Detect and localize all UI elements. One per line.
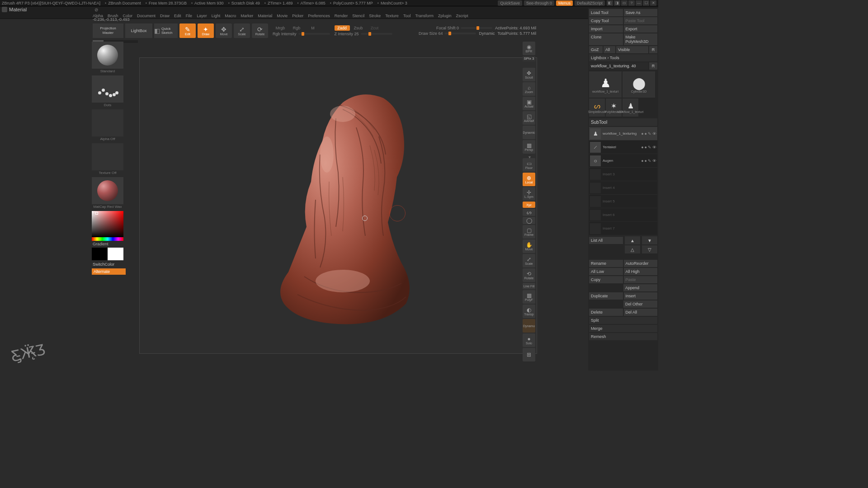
copy-button[interactable]: Copy xyxy=(589,276,623,283)
menu-movie[interactable]: Movie xyxy=(277,14,288,18)
subtool-row-5[interactable]: Insert 5 xyxy=(589,195,657,208)
nav-rotate-button[interactable]: ⟲Rotate xyxy=(523,268,535,282)
subtool-row-7[interactable]: Insert 7 xyxy=(589,222,657,235)
subtool-row-3[interactable]: Insert 3 xyxy=(589,168,657,181)
bpr-button[interactable]: ◉BPR xyxy=(523,42,535,55)
dock1-icon[interactable]: ◧ xyxy=(607,0,613,6)
viewport[interactable] xyxy=(139,57,537,354)
menu-edit[interactable]: Edit xyxy=(174,14,181,18)
goz-button[interactable]: GoZ xyxy=(589,46,603,53)
tool-r-button[interactable]: R xyxy=(649,62,657,70)
duplicate-button[interactable]: Duplicate xyxy=(589,292,623,300)
dock2-icon[interactable]: ◨ xyxy=(614,0,620,6)
local-button[interactable]: ⊕Local xyxy=(523,173,535,186)
alternate-button[interactable]: Alternate xyxy=(92,268,126,275)
brush-swatch[interactable]: Standard xyxy=(92,42,123,69)
menu-marker[interactable]: Marker xyxy=(241,14,253,18)
remesh-header[interactable]: Remesh xyxy=(589,333,657,340)
move-button[interactable]: ✥Move xyxy=(216,23,232,38)
help-icon[interactable]: ? xyxy=(628,0,635,6)
color-swatches[interactable] xyxy=(92,248,126,260)
quicksave-button[interactable]: QuickSave xyxy=(498,0,522,6)
subtool-row-4[interactable]: Insert 4 xyxy=(589,181,657,195)
load-tool-button[interactable]: Load Tool xyxy=(589,9,623,16)
insert-button[interactable]: Insert xyxy=(624,292,658,300)
menu-tool[interactable]: Tool xyxy=(403,14,411,18)
rotate-button[interactable]: ⟳Rotate xyxy=(252,23,268,38)
subtool-row-1[interactable]: ⟋Tentakel●●✎👁 xyxy=(589,141,657,154)
draw-size-slider[interactable]: Draw Size 64 xyxy=(419,31,476,36)
m-button[interactable]: M xyxy=(305,25,321,31)
tool-thumb-main[interactable]: ♟workflow_1_texturi xyxy=(589,71,622,98)
solo-button[interactable]: ●Solo xyxy=(523,333,535,347)
nav-scale-button[interactable]: ⤢Scale xyxy=(523,254,535,267)
dynamo-button[interactable]: Dynamo xyxy=(523,319,535,333)
clone-button[interactable]: Clone xyxy=(589,33,623,45)
stroke-swatch[interactable]: Dots xyxy=(92,75,123,103)
zadd-button[interactable]: Zadd xyxy=(335,25,350,31)
extra-button[interactable]: ⊞ xyxy=(523,348,535,361)
edit-button[interactable]: ✎Edit xyxy=(179,23,196,38)
menu-file[interactable]: File xyxy=(186,14,193,18)
merge-header[interactable]: Merge xyxy=(589,325,657,332)
linefill-button[interactable]: Line Fill xyxy=(523,283,535,289)
mrgb-button[interactable]: Mrgb xyxy=(273,25,288,31)
goz-all-button[interactable]: All xyxy=(604,46,615,53)
frame-button[interactable]: ▢Frame xyxy=(523,225,535,239)
rgb-button[interactable]: Rgb xyxy=(289,25,304,31)
rename-button[interactable]: Rename xyxy=(589,260,623,267)
list-all-button[interactable]: List All xyxy=(589,237,623,244)
persp-button[interactable]: ▦Persp xyxy=(523,140,535,154)
maximize-icon[interactable]: ☐ xyxy=(643,0,649,6)
menu-stencil[interactable]: Stencil xyxy=(352,14,364,18)
del-other-button[interactable]: Del Other xyxy=(623,300,657,308)
menu-stroke[interactable]: Stroke xyxy=(369,14,381,18)
lightbox-button[interactable]: LightBox xyxy=(125,23,152,38)
alpha-swatch[interactable]: Alpha Off xyxy=(92,109,123,136)
material-swatch[interactable]: MatCap Red Wax xyxy=(92,177,123,204)
color-picker[interactable] xyxy=(92,211,123,241)
tool-thumb-simplebrush[interactable]: ᔕSimpleBrush xyxy=(589,99,605,117)
menu-render[interactable]: Render xyxy=(335,14,348,18)
tool-thumb-cylinder[interactable]: ⬤Cylinder3D xyxy=(623,71,655,98)
menus-button[interactable]: Menus xyxy=(556,0,573,6)
all-low-button[interactable]: All Low xyxy=(589,268,623,275)
goz-visible-button[interactable]: Visible xyxy=(616,46,648,53)
minimize-icon[interactable]: — xyxy=(636,0,642,6)
move-down-button[interactable]: ▼ xyxy=(642,236,657,244)
subtool-row-0[interactable]: ♟workflow_1_texturing●●✎👁 xyxy=(589,127,657,141)
zoom-button[interactable]: ⌕Zoom xyxy=(523,82,535,96)
menu-draw[interactable]: Draw xyxy=(160,14,170,18)
copy-tool-button[interactable]: Copy Tool xyxy=(589,17,623,24)
menu-layer[interactable]: Layer xyxy=(197,14,207,18)
transp-button[interactable]: ◐Transp xyxy=(523,305,535,318)
axis-c-button[interactable]: ◯ xyxy=(523,217,535,224)
menu-document[interactable]: Document xyxy=(137,14,156,18)
aahalf-button[interactable]: ◱AAHalf xyxy=(523,111,535,125)
quick-sketch-button[interactable]: Quick Sketch xyxy=(154,23,178,38)
dock3-icon[interactable]: ▭ xyxy=(621,0,627,6)
vis-icon[interactable]: ● xyxy=(645,131,647,136)
append-button[interactable]: Append xyxy=(623,284,657,291)
zsub-button[interactable]: Zsub xyxy=(351,25,366,31)
import-button[interactable]: Import xyxy=(589,25,623,33)
vis-icon[interactable]: ● xyxy=(641,131,643,136)
scale-button[interactable]: ⤢Scale xyxy=(234,23,250,38)
menu-material[interactable]: Material xyxy=(258,14,272,18)
menu-zscript[interactable]: Zscript xyxy=(456,14,468,18)
tool-thumb-workflow[interactable]: ♟workflow_1_texturi xyxy=(623,99,638,117)
polyf-button[interactable]: ▦PolyF xyxy=(523,290,535,304)
nav-move-button[interactable]: ✋Move xyxy=(523,239,535,253)
menu-light[interactable]: Light xyxy=(212,14,221,18)
actual-button[interactable]: ▣Actual xyxy=(523,97,535,110)
subtool-row-6[interactable]: Insert 6 xyxy=(589,208,657,222)
del-all-button[interactable]: Del All xyxy=(624,309,658,316)
switch-color-button[interactable]: SwitchColor xyxy=(92,261,126,267)
menu-zplugin[interactable]: Zplugin xyxy=(438,14,452,18)
lightbox-tools-label[interactable]: Lightbox › Tools xyxy=(589,54,657,61)
axis-s-button[interactable]: ᔕ xyxy=(523,209,535,216)
move-up-button[interactable]: ▲ xyxy=(625,236,640,244)
save-as-button[interactable]: Save As xyxy=(624,9,658,16)
brush-icon[interactable]: ✎ xyxy=(648,131,651,136)
scroll-button[interactable]: ✥Scroll xyxy=(523,68,535,81)
